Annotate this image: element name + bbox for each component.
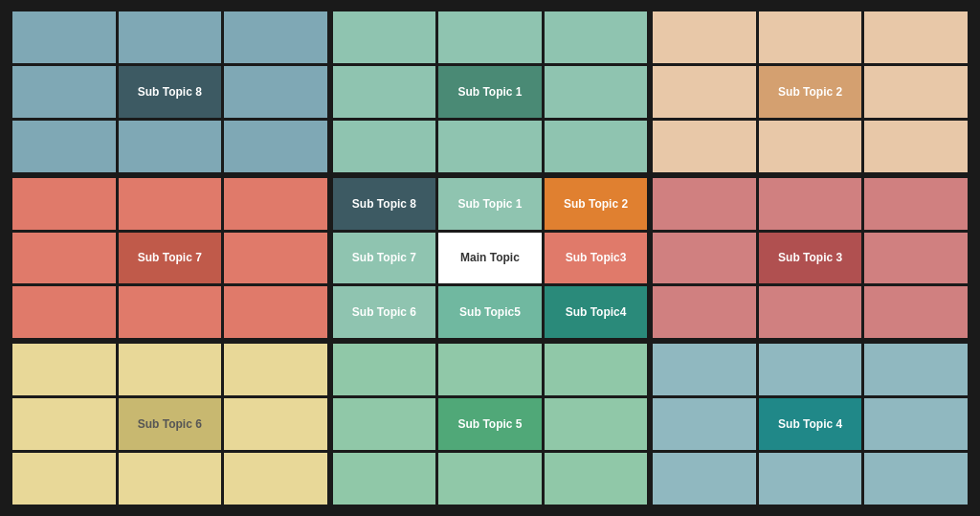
cell bbox=[438, 121, 542, 172]
cell bbox=[545, 344, 648, 395]
cell bbox=[864, 121, 968, 172]
cell bbox=[333, 11, 436, 63]
cell bbox=[653, 11, 756, 63]
cell bbox=[864, 233, 968, 284]
cell bbox=[653, 453, 756, 505]
cell bbox=[333, 121, 436, 172]
cell bbox=[545, 398, 648, 450]
cell bbox=[224, 11, 327, 63]
cell bbox=[864, 286, 968, 338]
cell bbox=[119, 453, 222, 505]
sub-topic-4-label: Sub Topic 4 bbox=[759, 398, 862, 450]
cell bbox=[119, 121, 222, 172]
cell bbox=[12, 178, 116, 230]
cell bbox=[333, 398, 436, 450]
cell bbox=[333, 66, 436, 118]
cell bbox=[864, 344, 968, 395]
cell bbox=[224, 121, 327, 172]
cell bbox=[864, 178, 968, 230]
cell bbox=[224, 453, 327, 505]
sub-topic-6-label: Sub Topic 6 bbox=[119, 398, 222, 450]
cell bbox=[333, 344, 436, 395]
cell bbox=[12, 11, 116, 63]
section-main-topic: Sub Topic 8 Sub Topic 1 Sub Topic 2 Sub … bbox=[333, 178, 648, 339]
mc-sub3: Sub Topic3 bbox=[545, 233, 648, 284]
section-sub-topic-2: Sub Topic 2 bbox=[653, 11, 968, 172]
cell bbox=[12, 233, 116, 284]
cell bbox=[545, 66, 648, 118]
mc-sub7: Sub Topic 7 bbox=[333, 233, 436, 284]
cell bbox=[438, 11, 542, 63]
cell bbox=[119, 11, 222, 63]
sub-topic-2-label: Sub Topic 2 bbox=[759, 66, 862, 118]
cell bbox=[12, 453, 116, 505]
cell bbox=[864, 453, 968, 505]
sub-topic-5-label: Sub Topic 5 bbox=[438, 398, 542, 450]
cell bbox=[12, 286, 116, 338]
cell bbox=[653, 344, 756, 395]
section-sub-topic-7: Sub Topic 7 bbox=[12, 178, 327, 339]
cell bbox=[653, 286, 756, 338]
cell bbox=[759, 453, 862, 505]
mc-sub1: Sub Topic 1 bbox=[438, 178, 542, 230]
cell bbox=[864, 398, 968, 450]
cell bbox=[224, 286, 327, 338]
cell bbox=[224, 233, 327, 284]
section-sub-topic-3: Sub Topic 3 bbox=[653, 178, 968, 339]
cell bbox=[864, 66, 968, 118]
cell bbox=[333, 453, 436, 505]
cell bbox=[653, 398, 756, 450]
mc-main: Main Topic bbox=[438, 233, 542, 284]
cell bbox=[864, 11, 968, 63]
cell bbox=[759, 121, 862, 172]
sub-topic-3-label: Sub Topic 3 bbox=[759, 233, 862, 284]
cell bbox=[653, 121, 756, 172]
sub-topic-7-label: Sub Topic 7 bbox=[119, 233, 222, 284]
cell bbox=[119, 344, 222, 395]
sub-topic-1-label: Sub Topic 1 bbox=[438, 66, 542, 118]
mc-sub5: Sub Topic5 bbox=[438, 286, 542, 338]
cell bbox=[438, 344, 542, 395]
cell bbox=[224, 66, 327, 118]
cell bbox=[653, 178, 756, 230]
cell bbox=[759, 178, 862, 230]
cell bbox=[119, 286, 222, 338]
cell bbox=[545, 121, 648, 172]
cell bbox=[12, 398, 116, 450]
section-sub-topic-5: Sub Topic 5 bbox=[333, 344, 648, 505]
cell bbox=[224, 398, 327, 450]
section-sub-topic-8: Sub Topic 8 bbox=[12, 11, 327, 172]
section-sub-topic-4: Sub Topic 4 bbox=[653, 344, 968, 505]
mind-map-grid: Sub Topic 8 Sub Topic 1 Sub Topic 2 Su bbox=[7, 6, 973, 510]
cell bbox=[438, 453, 542, 505]
cell bbox=[119, 178, 222, 230]
cell bbox=[12, 121, 116, 172]
cell bbox=[545, 11, 648, 63]
mc-sub2: Sub Topic 2 bbox=[545, 178, 648, 230]
cell bbox=[759, 344, 862, 395]
cell bbox=[224, 344, 327, 395]
mc-sub8: Sub Topic 8 bbox=[333, 178, 436, 230]
cell bbox=[653, 66, 756, 118]
mc-sub4: Sub Topic4 bbox=[545, 286, 648, 338]
cell bbox=[224, 178, 327, 230]
cell bbox=[12, 344, 116, 395]
cell bbox=[545, 453, 648, 505]
section-sub-topic-6: Sub Topic 6 bbox=[12, 344, 327, 505]
sub-topic-8-label: Sub Topic 8 bbox=[119, 66, 222, 118]
cell bbox=[759, 286, 862, 338]
cell bbox=[759, 11, 862, 63]
mc-sub6: Sub Topic 6 bbox=[333, 286, 436, 338]
section-sub-topic-1: Sub Topic 1 bbox=[333, 11, 648, 172]
cell bbox=[12, 66, 116, 118]
cell bbox=[653, 233, 756, 284]
